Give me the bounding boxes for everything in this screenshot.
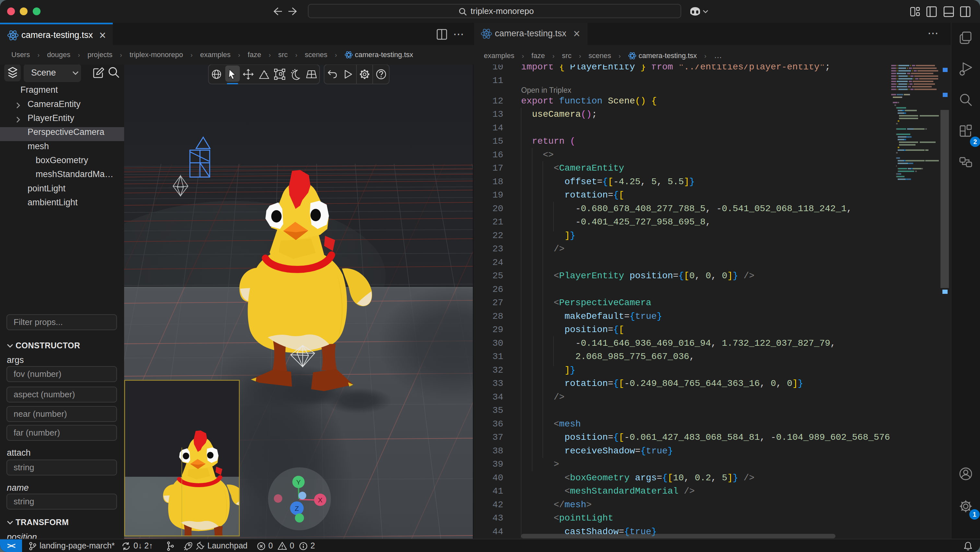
svg-text:X: X <box>318 496 323 504</box>
svg-text:Y: Y <box>296 479 301 486</box>
svg-text:Z: Z <box>295 505 299 512</box>
